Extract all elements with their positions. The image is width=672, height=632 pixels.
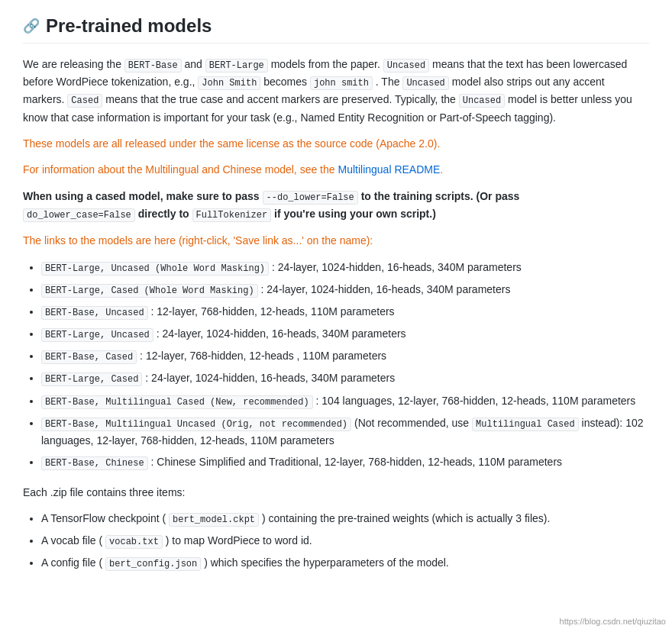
bert-base-code: BERT-Base [124, 59, 182, 73]
bert-large-uncased-wwm-code: BERT-Large, Uncased (Whole Word Masking) [41, 262, 269, 276]
do-lower-case-code: do_lower_case=False [23, 208, 135, 222]
cased-model-paragraph: When using a cased model, make sure to p… [23, 188, 649, 223]
bert-base-cased-code: BERT-Base, Cased [41, 350, 137, 364]
zip-items-list: A TensorFlow checkpoint ( bert_model.ckp… [23, 510, 649, 572]
list-item: BERT-Large, Cased : 24-layer, 1024-hidde… [41, 369, 649, 387]
bert-base-multilingual-uncased-code: BERT-Base, Multilingual Uncased (Orig, n… [41, 418, 351, 431]
multilingual-readme-link[interactable]: Multilingual README [338, 163, 440, 176]
list-item: BERT-Base, Multilingual Uncased (Orig, n… [41, 414, 649, 450]
zip-list-item-1: A TensorFlow checkpoint ( bert_model.ckp… [41, 510, 649, 527]
models-list: BERT-Large, Uncased (Whole Word Masking)… [23, 259, 649, 472]
list-item: BERT-Base, Chinese : Chinese Simplified … [41, 453, 649, 471]
links-paragraph: The links to the models are here (right-… [23, 232, 649, 249]
page-heading: 🔗 Pre-trained models [23, 15, 649, 44]
bert-large-cased-wwm-code: BERT-Large, Cased (Whole Word Masking) [41, 284, 258, 298]
bert-base-uncased-link[interactable]: BERT-Base, Uncased [41, 305, 148, 318]
bert-model-ckpt-code: bert_model.ckpt [169, 513, 259, 527]
license-paragraph: These models are all released under the … [23, 135, 649, 152]
intro-paragraph: We are releasing the BERT-Base and BERT-… [23, 56, 649, 126]
vocab-txt-code: vocab.txt [105, 535, 163, 549]
bert-base-chinese-code: BERT-Base, Chinese [41, 456, 148, 470]
list-item: BERT-Large, Uncased : 24-layer, 1024-hid… [41, 325, 649, 343]
zip-list-item-3: A config file ( bert_config.json ) which… [41, 554, 649, 572]
bert-large-uncased-wwm-link[interactable]: BERT-Large, Uncased (Whole Word Masking) [41, 261, 269, 273]
bert-base-multilingual-uncased-link[interactable]: BERT-Base, Multilingual Uncased (Orig, n… [41, 417, 351, 429]
full-tokenizer-code: FullTokenizer [192, 208, 272, 222]
bert-base-multilingual-cased-code: BERT-Base, Multilingual Cased (New, reco… [41, 395, 313, 409]
bert-config-json-code: bert_config.json [105, 557, 201, 571]
list-item: BERT-Large, Cased (Whole Word Masking) :… [41, 281, 649, 298]
uncased-code-3: Uncased [459, 94, 505, 108]
cased-code: Cased [67, 94, 102, 108]
bert-base-multilingual-cased-link[interactable]: BERT-Base, Multilingual Cased (New, reco… [41, 395, 313, 407]
john-smith-lower-code: john smith [310, 76, 373, 90]
bert-large-cased-code: BERT-Large, Cased [41, 372, 142, 386]
bert-base-uncased-code: BERT-Base, Uncased [41, 306, 148, 320]
uncased-code-1: Uncased [383, 59, 429, 73]
bert-large-code: BERT-Large [205, 59, 268, 73]
list-item: BERT-Large, Uncased (Whole Word Masking)… [41, 259, 649, 276]
list-item: BERT-Base, Uncased : 12-layer, 768-hidde… [41, 303, 649, 321]
john-smith-code: John Smith [198, 76, 260, 90]
bert-base-cased-link[interactable]: BERT-Base, Cased [41, 350, 137, 362]
bert-large-cased-link[interactable]: BERT-Large, Cased [41, 372, 142, 384]
multilingual-paragraph: For information about the Multilingual a… [23, 161, 649, 178]
bert-large-cased-wwm-link[interactable]: BERT-Large, Cased (Whole Word Masking) [41, 283, 258, 295]
bert-large-uncased-code: BERT-Large, Uncased [41, 328, 153, 342]
anchor-link-icon: 🔗 [23, 18, 40, 34]
do-lower-false-code: --do_lower=False [263, 191, 358, 205]
multilingual-cased-inline-code: Multilingual Cased [472, 418, 579, 431]
uncased-code-2: Uncased [402, 76, 448, 90]
bert-base-chinese-link[interactable]: BERT-Base, Chinese [41, 456, 148, 468]
bert-large-uncased-link[interactable]: BERT-Large, Uncased [41, 327, 153, 340]
zip-intro-paragraph: Each .zip file contains three items: [23, 484, 649, 501]
list-item: BERT-Base, Cased : 12-layer, 768-hidden,… [41, 347, 649, 365]
zip-list-item-2: A vocab file ( vocab.txt ) to map WordPi… [41, 532, 649, 550]
list-item: BERT-Base, Multilingual Cased (New, reco… [41, 392, 649, 410]
